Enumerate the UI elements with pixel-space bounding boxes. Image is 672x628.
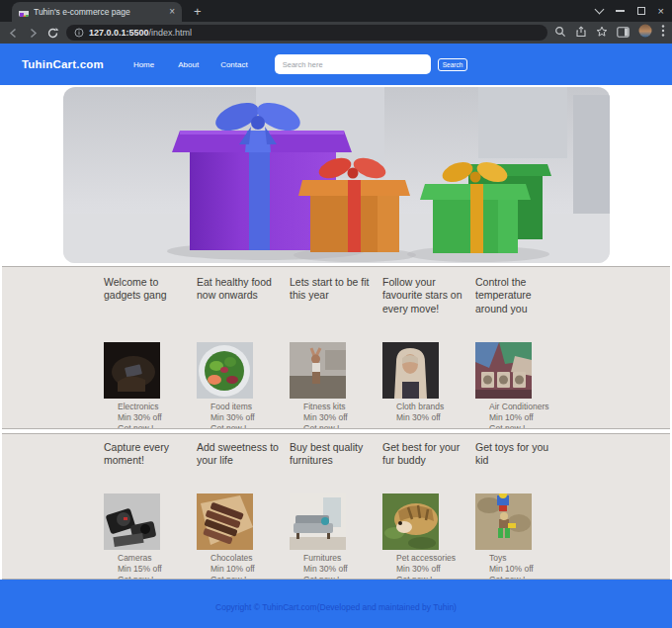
cloth-brands-image[interactable]	[382, 342, 439, 399]
minimize-icon[interactable]	[616, 10, 625, 12]
tab-close-icon[interactable]: ×	[169, 7, 175, 17]
side-panel-icon[interactable]	[617, 24, 630, 42]
category-offer: Min 10% off	[489, 412, 563, 423]
category-offer: Min 10% off	[210, 564, 285, 575]
category-caption: Furnitures Min 30% off Get now !	[303, 553, 378, 580]
category-heading: Lets start to be fit this year	[290, 276, 377, 342]
category-name: Furnitures	[303, 553, 378, 564]
nav-link-about[interactable]: About	[178, 60, 199, 69]
category-caption: Food items Min 30% off Get now !	[210, 402, 285, 429]
nav-link-home[interactable]: Home	[133, 60, 154, 69]
maximize-icon[interactable]	[637, 7, 645, 15]
site-navbar: TuhinCart.com Home About Contact Search	[0, 44, 672, 85]
gift-boxes-image	[63, 87, 610, 263]
category-section-1: Welcome to gadgets gang Electronics Min …	[2, 266, 670, 429]
hero-section	[0, 85, 672, 266]
reload-icon[interactable]	[46, 27, 59, 40]
furnitures-image[interactable]	[290, 493, 346, 550]
category-card[interactable]: Control the temperature around you Air C…	[475, 267, 563, 429]
site-info-icon[interactable]	[74, 24, 84, 42]
zoom-icon[interactable]	[554, 24, 566, 42]
category-heading: Capture every moment!	[104, 441, 191, 493]
category-card[interactable]: Get best for your fur buddy Pet accessor…	[382, 434, 470, 580]
category-offer: Min 30% off	[118, 412, 192, 423]
url-text: 127.0.0.1:5500/index.html	[89, 28, 192, 38]
toys-image[interactable]	[475, 493, 532, 550]
category-caption: Pet accessories Min 30% off Get now !	[396, 553, 470, 580]
category-name: Toys	[489, 553, 563, 564]
category-offer: Min 15% off	[118, 564, 192, 575]
category-heading: Buy best quality furnitures	[290, 441, 377, 493]
category-heading: Follow your favourite stars on every mov…	[382, 276, 469, 342]
pet-accessories-image[interactable]	[382, 493, 439, 550]
category-card[interactable]: Get toys for you kid Toys Min 10% off Ge…	[475, 434, 563, 580]
back-icon[interactable]	[7, 27, 20, 40]
url-path: /index.html	[149, 28, 193, 38]
category-heading: Eat healthy food now onwards	[197, 276, 284, 342]
browser-toolbar: 127.0.0.1:5500/index.html	[0, 22, 672, 44]
category-name: Cloth brands	[396, 402, 470, 412]
nav-link-contact[interactable]: Contact	[220, 60, 248, 69]
category-card[interactable]: Welcome to gadgets gang Electronics Min …	[104, 267, 192, 429]
category-offer: Min 30% off	[303, 564, 378, 575]
category-card[interactable]: Capture every moment! Cameras Min 15% of…	[104, 434, 192, 580]
url-host: 127.0.0.1:5500	[89, 28, 149, 38]
search-input[interactable]	[275, 54, 431, 74]
copyright-text: Copyright © TuhinCart.com(Developed and …	[215, 602, 457, 612]
category-section-2: Capture every moment! Cameras Min 15% of…	[2, 433, 670, 580]
category-name: Cameras	[118, 553, 192, 564]
category-heading: Get best for your fur buddy	[382, 441, 469, 493]
category-heading: Welcome to gadgets gang	[104, 276, 191, 342]
menu-dots-icon[interactable]	[661, 24, 665, 42]
page-footer: Copyright © TuhinCart.com(Developed and …	[0, 580, 672, 628]
share-icon[interactable]	[575, 24, 587, 42]
category-caption: Chocolates Min 10% off Get now !	[210, 553, 285, 580]
brand-logo[interactable]: TuhinCart.com	[22, 58, 104, 70]
category-card[interactable]: Buy best quality furnitures Furnitures M…	[290, 434, 378, 580]
browser-tab[interactable]: Tuhin's e-commerce page ×	[12, 2, 182, 22]
category-offer: Min 10% off	[489, 564, 563, 575]
category-name: Electronics	[118, 402, 192, 412]
forward-icon[interactable]	[27, 27, 40, 40]
cameras-image[interactable]	[104, 493, 160, 550]
category-offer: Min 30% off	[303, 412, 378, 423]
category-caption: Fitness kits Min 30% off Get now !	[303, 402, 378, 429]
category-card[interactable]: Follow your favourite stars on every mov…	[382, 267, 470, 429]
search-button[interactable]: Search	[438, 58, 468, 71]
browser-window: Tuhin's e-commerce page × + × 127.0.0.1:…	[0, 0, 672, 628]
electronics-image[interactable]	[104, 342, 160, 399]
category-card[interactable]: Eat healthy food now onwards Food items …	[197, 267, 285, 429]
category-caption: Air Conditioners Min 10% off Get now !	[489, 402, 563, 429]
category-name: Food items	[210, 402, 285, 412]
category-card[interactable]: Add sweetness to your life Chocolates Mi…	[197, 434, 285, 580]
fitness-kits-image[interactable]	[290, 342, 346, 399]
close-icon[interactable]: ×	[658, 6, 664, 17]
category-name: Air Conditioners	[489, 402, 563, 412]
category-name: Chocolates	[210, 553, 285, 564]
category-name: Fitness kits	[303, 402, 378, 412]
category-card[interactable]: Lets start to be fit this year Fitness k…	[290, 267, 378, 429]
category-caption: Cloth brands Min 30% off Get now !	[396, 402, 470, 423]
category-offer: Min 30% off	[210, 412, 285, 423]
category-heading: Get toys for you kid	[475, 441, 562, 493]
category-name: Pet accessories	[396, 553, 470, 564]
new-tab-icon[interactable]: +	[194, 4, 202, 22]
tab-strip: Tuhin's e-commerce page × + ×	[0, 0, 672, 22]
food-items-image[interactable]	[197, 342, 253, 399]
category-heading: Control the temperature around you	[475, 276, 562, 342]
chevron-down-icon[interactable]	[594, 5, 604, 15]
category-caption: Toys Min 10% off Get now !	[489, 553, 563, 580]
tab-title: Tuhin's e-commerce page	[34, 7, 164, 17]
category-caption: Electronics Min 30% off Get now !	[118, 402, 192, 429]
air-conditioners-image[interactable]	[475, 342, 532, 399]
favicon-icon	[19, 7, 29, 17]
category-offer: Min 30% off	[396, 564, 470, 575]
category-offer: Min 30% off	[396, 412, 470, 423]
category-caption: Cameras Min 15% off Get now !	[118, 553, 192, 580]
url-bar[interactable]: 127.0.0.1:5500/index.html	[66, 25, 547, 41]
bookmark-star-icon[interactable]	[596, 24, 608, 42]
category-heading: Add sweetness to your life	[197, 441, 284, 493]
avatar[interactable]	[638, 24, 652, 42]
chocolates-image[interactable]	[197, 493, 253, 550]
